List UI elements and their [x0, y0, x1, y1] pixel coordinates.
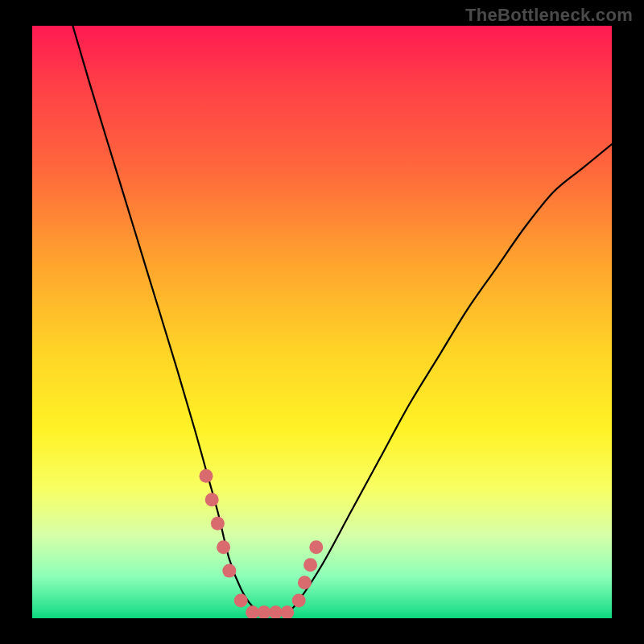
- highlight-marker: [234, 593, 248, 607]
- chart-frame: TheBottleneck.com: [0, 0, 644, 644]
- highlight-markers: [200, 469, 324, 618]
- plot-area: [32, 26, 612, 618]
- highlight-marker: [298, 576, 312, 589]
- highlight-marker: [280, 605, 294, 618]
- highlight-marker: [222, 564, 236, 578]
- curve-svg: [32, 26, 612, 618]
- highlight-marker: [309, 540, 323, 554]
- highlight-marker: [292, 593, 306, 607]
- highlight-marker: [211, 517, 225, 530]
- highlight-marker: [200, 469, 213, 483]
- highlight-marker: [303, 558, 317, 572]
- attribution-text: TheBottleneck.com: [465, 5, 633, 26]
- bottleneck-curve: [72, 26, 612, 613]
- highlight-marker: [205, 493, 219, 506]
- highlight-marker: [217, 540, 230, 554]
